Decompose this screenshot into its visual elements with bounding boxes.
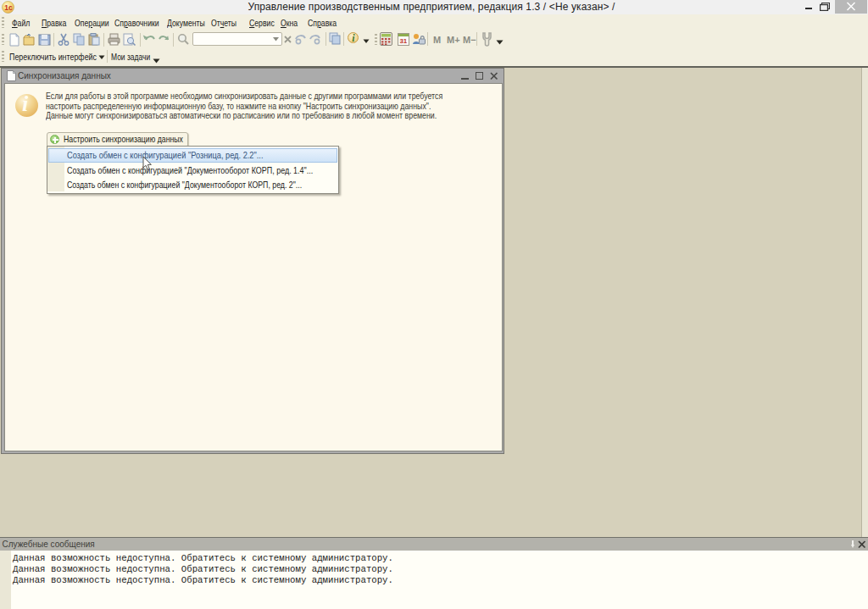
svg-text:31: 31 <box>399 37 407 45</box>
